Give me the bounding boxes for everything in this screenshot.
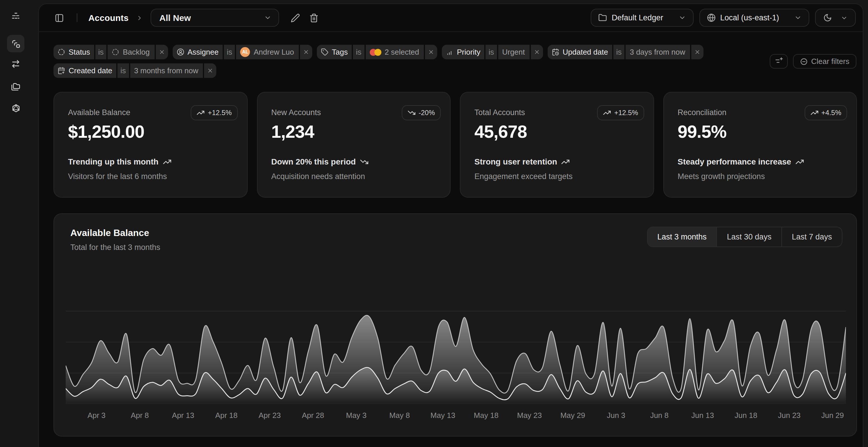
chart-tab-last-3-months[interactable]: Last 3 months <box>647 227 717 247</box>
area-chart <box>66 280 846 404</box>
view-select[interactable]: All New <box>151 9 279 27</box>
stat-cards: Available Balance+12.5%$1,250.00Trending… <box>54 92 857 198</box>
filter-chip-status: StatusisBacklog <box>54 45 168 59</box>
x-tick-label: Apr 18 <box>215 411 238 420</box>
chart-subtitle: Total for the last 3 months <box>70 243 160 252</box>
calendar-clock-icon <box>552 48 559 56</box>
delete-view-button[interactable] <box>309 13 319 22</box>
x-tick-label: Jun 3 <box>607 411 625 420</box>
sidebar-item-graph[interactable] <box>7 100 24 117</box>
chevron-down-icon <box>794 14 802 22</box>
filter-chip-assignee: AssigneeisALAndrew Luo <box>173 45 312 59</box>
chip-operator[interactable]: is <box>613 45 625 59</box>
dashed-circle-icon <box>58 48 65 56</box>
stat-card-value: $1,250.00 <box>68 121 234 142</box>
chip-remove-button[interactable] <box>204 63 216 78</box>
x-icon <box>694 49 700 55</box>
x-tick-label: May 18 <box>474 411 499 420</box>
chart-card: Available Balance Total for the last 3 m… <box>54 213 857 437</box>
x-tick-label: Jun 18 <box>735 411 757 420</box>
chip-label[interactable]: Status <box>54 45 94 59</box>
chart-title: Available Balance <box>70 228 149 238</box>
trend-badge: -20% <box>402 105 441 120</box>
chip-operator[interactable]: is <box>224 45 235 59</box>
filter-bar: StatusisBacklogAssigneeisALAndrew LuoTag… <box>39 45 863 78</box>
chip-operator[interactable]: is <box>95 45 107 59</box>
x-tick-label: May 23 <box>517 411 542 420</box>
circle-minus-icon <box>800 58 808 65</box>
view-select-value: All New <box>159 13 191 23</box>
chip-value[interactable]: Urgent <box>498 45 529 59</box>
chip-label[interactable]: Created date <box>54 63 116 78</box>
stat-card-footer: Down 20% this periodAcquisition needs at… <box>271 157 437 181</box>
clear-filters-label: Clear filters <box>811 57 850 66</box>
trend-up-icon <box>603 109 611 117</box>
trend-up-icon <box>795 158 804 166</box>
stat-card-4: Reconciliation+4.5%99.5%Steady performan… <box>663 92 857 198</box>
x-tick-label: Apr 23 <box>258 411 281 420</box>
app-logo-icon[interactable] <box>7 7 24 24</box>
chip-remove-button[interactable] <box>531 45 543 59</box>
x-tick-label: Apr 28 <box>302 411 324 420</box>
chip-value[interactable]: 3 days from now <box>626 45 690 59</box>
region-select-value: Local (us-east-1) <box>720 13 779 22</box>
stat-card-1: Available Balance+12.5%$1,250.00Trending… <box>54 92 247 198</box>
x-icon <box>428 49 434 55</box>
user-circle-icon <box>177 48 184 56</box>
chip-label[interactable]: Priority <box>442 45 485 59</box>
add-filter-button[interactable] <box>770 54 788 69</box>
dashed-circle-icon <box>112 48 120 56</box>
chip-value[interactable]: ALAndrew Luo <box>236 45 299 59</box>
filter-chip-tags: Tagsis2 selected <box>317 45 437 59</box>
chevron-down-icon <box>264 14 272 22</box>
chart-tab-last-30-days[interactable]: Last 30 days <box>717 227 781 247</box>
sidebar-toggle-icon[interactable] <box>55 13 64 22</box>
chip-label[interactable]: Tags <box>317 45 352 59</box>
stat-card-3: Total Accounts+12.5%45,678Strong user re… <box>460 92 654 198</box>
chip-label[interactable]: Updated date <box>548 45 612 59</box>
sidebar-item-folders[interactable] <box>7 77 24 95</box>
x-axis-ticks: Apr 3Apr 8Apr 13Apr 18Apr 23Apr 28May 3M… <box>66 411 846 420</box>
x-icon <box>534 49 540 55</box>
trend-up-icon <box>197 109 205 117</box>
sidebar-item-workflow[interactable] <box>7 35 24 52</box>
region-select[interactable]: Local (us-east-1) <box>699 9 809 27</box>
theme-toggle[interactable] <box>815 9 856 27</box>
filter-plus-icon <box>774 57 783 66</box>
stat-card-footer: Steady performance increaseMeets growth … <box>678 157 844 181</box>
x-tick-label: Apr 13 <box>172 411 194 420</box>
stat-card-value: 1,234 <box>271 121 437 142</box>
clear-filters-button[interactable]: Clear filters <box>793 54 857 69</box>
chip-label[interactable]: Assignee <box>173 45 223 59</box>
stat-card-2: New Accounts-20%1,234Down 20% this perio… <box>257 92 451 198</box>
tag-icon <box>321 48 329 56</box>
sidebar <box>0 0 38 447</box>
sidebar-item-transfers[interactable] <box>7 55 24 72</box>
trend-up-icon <box>810 109 818 117</box>
chip-operator[interactable]: is <box>353 45 364 59</box>
moon-icon <box>823 13 832 22</box>
chip-value[interactable]: 3 months from now <box>130 63 203 78</box>
x-icon <box>207 67 213 74</box>
chart-tab-last-7-days[interactable]: Last 7 days <box>781 227 842 247</box>
tag-color-dots <box>369 49 381 56</box>
x-tick-label: May 8 <box>389 411 410 420</box>
chip-remove-button[interactable] <box>691 45 703 59</box>
chevron-down-icon <box>840 14 848 22</box>
chip-value[interactable]: Backlog <box>108 45 155 59</box>
stat-card-footer: Strong user retentionEngagement exceed t… <box>474 157 641 181</box>
chip-operator[interactable]: is <box>486 45 497 59</box>
x-tick-label: May 13 <box>431 411 455 420</box>
stat-card-value: 99.5% <box>678 121 844 142</box>
breadcrumb: Accounts <box>88 13 128 23</box>
chip-value[interactable]: 2 selected <box>365 45 424 59</box>
edit-view-button[interactable] <box>291 13 300 22</box>
chart-range-tabs: Last 3 monthsLast 30 daysLast 7 days <box>647 227 842 247</box>
chip-operator[interactable]: is <box>118 63 129 78</box>
chevron-down-icon <box>678 14 686 22</box>
stat-card-value: 45,678 <box>474 121 641 142</box>
ledger-select[interactable]: Default Ledger <box>591 9 693 27</box>
chip-remove-button[interactable] <box>300 45 312 59</box>
chip-remove-button[interactable] <box>425 45 437 59</box>
chip-remove-button[interactable] <box>156 45 168 59</box>
